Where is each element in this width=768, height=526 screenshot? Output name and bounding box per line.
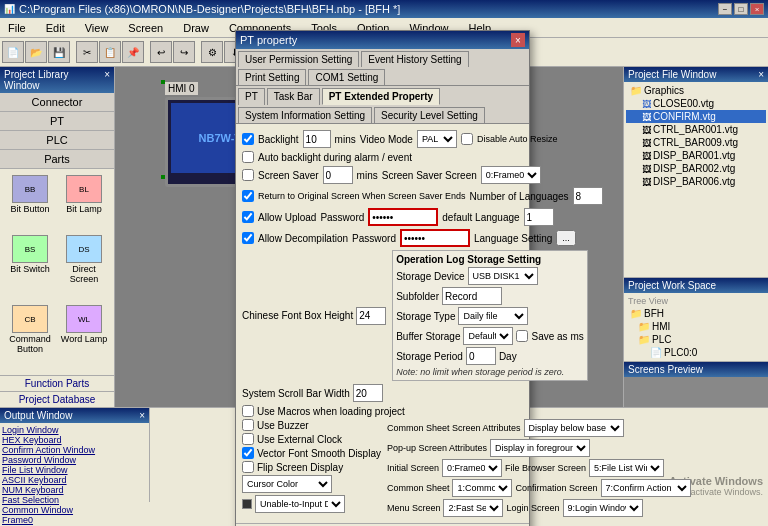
word-lamp-item[interactable]: WL Word Lamp <box>58 303 110 371</box>
close-button[interactable]: × <box>750 3 764 15</box>
save-as-ms-checkbox[interactable] <box>516 330 528 342</box>
new-icon[interactable]: 📄 <box>2 41 24 63</box>
copy-icon[interactable]: 📋 <box>99 41 121 63</box>
unable-input-select[interactable]: Unable-to-Input Display Color <box>255 495 345 513</box>
default-language-input[interactable] <box>524 208 554 226</box>
tab-pt-extended[interactable]: PT Extended Property <box>322 88 440 105</box>
screen-saver-input[interactable] <box>323 166 353 184</box>
menu-view[interactable]: View <box>79 20 115 36</box>
output-link-hex[interactable]: HEX Keyboard <box>2 435 147 445</box>
open-icon[interactable]: 📂 <box>25 41 47 63</box>
initial-screen-select[interactable]: 0:Frame0 <box>442 459 502 477</box>
use-buzzer-checkbox[interactable] <box>242 419 254 431</box>
file-disp-bar006[interactable]: 🖼 DISP_BAR006.vtg <box>626 175 766 188</box>
output-close-icon[interactable]: × <box>139 410 145 421</box>
right-panel-close-icon[interactable]: × <box>758 69 764 80</box>
file-disp-bar001[interactable]: 🖼 DISP_BAR001.vtg <box>626 149 766 162</box>
dialog-close-button[interactable]: × <box>511 33 525 47</box>
tab-system-info[interactable]: System Information Setting <box>238 107 372 123</box>
graphics-folder[interactable]: 📁 Graphics <box>626 84 766 97</box>
file-close00[interactable]: 🖼 CLOSE00.vtg <box>626 97 766 110</box>
file-confirm[interactable]: 🖼 CONFIRM.vtg <box>626 110 766 123</box>
allow-upload-password-input[interactable] <box>368 208 438 226</box>
allow-decompilation-checkbox[interactable] <box>242 232 254 244</box>
title-bar-controls[interactable]: − □ × <box>718 3 764 15</box>
tree-hmi[interactable]: 📁 HMI <box>626 320 766 333</box>
menu-edit[interactable]: Edit <box>40 20 71 36</box>
output-link-fast[interactable]: Fast Selection <box>2 495 147 505</box>
menu-screen-select[interactable]: 2:Fast Selection <box>443 499 503 517</box>
tree-plc0[interactable]: 📄 PLC0:0 <box>626 346 766 359</box>
use-macros-checkbox[interactable] <box>242 405 254 417</box>
screen-saver-checkbox[interactable] <box>242 169 254 181</box>
output-link-login[interactable]: Login Window <box>2 425 147 435</box>
tab-user-permission[interactable]: User Permission Setting <box>238 51 359 67</box>
tree-root-bfh[interactable]: 📁 BFH <box>626 307 766 320</box>
disable-auto-resize-checkbox[interactable] <box>461 133 473 145</box>
backlight-input[interactable] <box>303 130 331 148</box>
tab-event-history[interactable]: Event History Setting <box>361 51 468 67</box>
file-disp-bar002[interactable]: 🖼 DISP_BAR002.vtg <box>626 162 766 175</box>
undo-icon[interactable]: ↩ <box>150 41 172 63</box>
common-sheet-attr-select[interactable]: Display below base screen <box>524 419 624 437</box>
tab-com1-setting[interactable]: COM1 Setting <box>308 69 385 85</box>
file-browser-screen-select[interactable]: 5:File List Window <box>589 459 664 477</box>
system-scroll-input[interactable] <box>353 384 383 402</box>
compile-icon[interactable]: ⚙ <box>201 41 223 63</box>
video-mode-select[interactable]: PAL NTSC <box>417 130 457 148</box>
popup-screen-attr-select[interactable]: Display in foreground <box>490 439 590 457</box>
direct-screen-item[interactable]: DS Direct Screen <box>58 233 110 301</box>
redo-icon[interactable]: ↪ <box>173 41 195 63</box>
output-link-frame0[interactable]: Frame0 <box>2 515 147 525</box>
use-external-clock-checkbox[interactable] <box>242 433 254 445</box>
vector-font-checkbox[interactable] <box>242 447 254 459</box>
subfolder-input[interactable] <box>442 287 502 305</box>
menu-file[interactable]: File <box>2 20 32 36</box>
allow-upload-checkbox[interactable] <box>242 211 254 223</box>
save-icon[interactable]: 💾 <box>48 41 70 63</box>
tab-print-setting[interactable]: Print Setting <box>238 69 306 85</box>
cursor-color-select[interactable]: Cursor Color <box>242 475 332 493</box>
paste-icon[interactable]: 📌 <box>122 41 144 63</box>
file-ctrl-bar009[interactable]: 🖼 CTRL_BAR009.vtg <box>626 136 766 149</box>
bit-switch-item[interactable]: BS Bit Switch <box>4 233 56 301</box>
function-parts-label[interactable]: Function Parts <box>0 375 114 391</box>
common-sheet-select[interactable]: 1:Common Window <box>452 479 512 497</box>
storage-period-input[interactable] <box>466 347 496 365</box>
output-link-password[interactable]: Password Window <box>2 455 147 465</box>
storage-type-select[interactable]: Daily file <box>458 307 528 325</box>
tab-task-bar[interactable]: Task Bar <box>267 88 320 105</box>
tab-pt[interactable]: PT <box>238 88 265 105</box>
language-setting-button[interactable]: ... <box>556 230 576 246</box>
chinese-font-input[interactable] <box>356 307 386 325</box>
maximize-button[interactable]: □ <box>734 3 748 15</box>
buffer-storage-select[interactable]: Default <box>463 327 513 345</box>
flip-screen-checkbox[interactable] <box>242 461 254 473</box>
backlight-checkbox[interactable] <box>242 133 254 145</box>
project-database-label[interactable]: Project Database <box>0 391 114 407</box>
return-to-original-checkbox[interactable] <box>242 190 254 202</box>
command-button-item[interactable]: CB Command Button <box>4 303 56 371</box>
left-panel-close-icon[interactable]: × <box>104 69 110 91</box>
allow-decompilation-password-input[interactable] <box>400 229 470 247</box>
bit-button-item[interactable]: BB Bit Button <box>4 173 56 231</box>
cut-icon[interactable]: ✂ <box>76 41 98 63</box>
output-link-common[interactable]: Common Window <box>2 505 147 515</box>
auto-backlight-checkbox[interactable] <box>242 151 254 163</box>
confirmation-select[interactable]: 7:Confirm Action Windo <box>601 479 691 497</box>
menu-draw[interactable]: Draw <box>177 20 215 36</box>
file-ctrl-bar001[interactable]: 🖼 CTRL_BAR001.vtg <box>626 123 766 136</box>
bit-lamp-item[interactable]: BL Bit Lamp <box>58 173 110 231</box>
tree-plc[interactable]: 📁 PLC <box>626 333 766 346</box>
minimize-button[interactable]: − <box>718 3 732 15</box>
screen-saver-screen-select[interactable]: 0:Frame0 <box>481 166 541 184</box>
storage-device-select[interactable]: USB DISK1 <box>468 267 538 285</box>
login-screen-select[interactable]: 9:Login Window <box>563 499 643 517</box>
output-link-filelist[interactable]: File List Window <box>2 465 147 475</box>
output-link-ascii[interactable]: ASCII Keyboard <box>2 475 147 485</box>
menu-screen[interactable]: Screen <box>122 20 169 36</box>
output-link-confirm[interactable]: Confirm Action Window <box>2 445 147 455</box>
num-languages-input[interactable] <box>573 187 603 205</box>
tab-security-level[interactable]: Security Level Setting <box>374 107 485 123</box>
output-link-num[interactable]: NUM Keyboard <box>2 485 147 495</box>
